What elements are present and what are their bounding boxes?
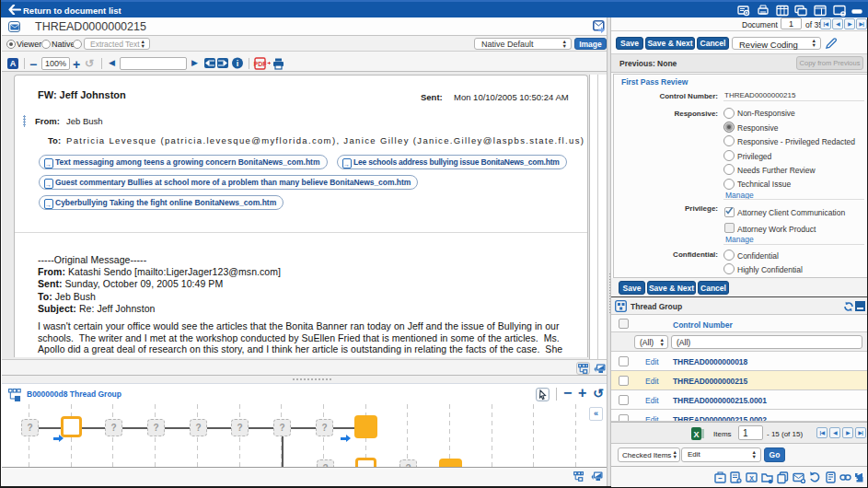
svg-text:i: i — [237, 59, 239, 68]
svg-text:X: X — [749, 475, 754, 482]
svg-text:X: X — [693, 430, 699, 439]
svg-text:PDF: PDF — [254, 61, 268, 67]
